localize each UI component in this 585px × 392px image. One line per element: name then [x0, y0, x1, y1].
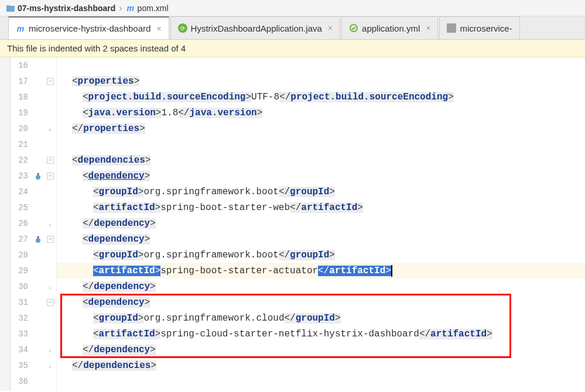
code-area[interactable]: <properties><project.build.sourceEncodin…	[57, 57, 585, 391]
line-number: 25	[11, 203, 32, 212]
gutter-icons: ⌞	[32, 125, 56, 132]
gutter-row: 30⌞	[11, 278, 56, 294]
gutter-row: 23−	[11, 168, 56, 184]
line-number: 28	[11, 250, 32, 260]
module-icon	[447, 23, 456, 33]
code-line[interactable]: </dependencies>	[57, 357, 585, 373]
code-line[interactable]: <dependencies>	[57, 152, 585, 168]
line-number: 23	[11, 171, 32, 181]
code-line[interactable]: </dependency>	[57, 278, 585, 294]
code-line[interactable]: <dependency>	[57, 294, 585, 310]
left-tool-strip[interactable]	[0, 57, 11, 391]
editor-area: 1617−181920⌞2122−23−242526⌞27−282930⌞31−…	[0, 57, 585, 391]
gutter-icons: ⌞	[32, 220, 56, 227]
breadcrumb-file-label: pom.xml	[138, 4, 169, 13]
close-icon[interactable]: ×	[328, 23, 333, 33]
gutter-icons: ⌞	[32, 362, 56, 369]
breadcrumb-folder-label: 07-ms-hystrix-dashboard	[18, 4, 115, 13]
gutter-row: 21	[11, 136, 56, 152]
gutter-row: 18	[11, 89, 56, 105]
fold-open-icon[interactable]: −	[47, 236, 54, 243]
fold-open-icon[interactable]: −	[47, 78, 54, 85]
code-line[interactable]: <artifactId>spring-cloud-starter-netflix…	[57, 326, 585, 342]
line-number: 36	[11, 377, 32, 386]
gutter-icons: −	[32, 299, 56, 306]
tab-label: HystrixDashboardApplication.java	[191, 23, 322, 33]
code-line[interactable]: <dependency>	[57, 231, 585, 247]
gutter-row: 28	[11, 247, 56, 263]
line-number: 33	[11, 329, 32, 339]
line-number: 22	[11, 156, 32, 165]
line-number: 24	[11, 187, 32, 197]
line-number: 26	[11, 219, 32, 228]
fold-open-icon[interactable]: −	[47, 299, 54, 306]
gutter-row: 36	[11, 373, 56, 389]
line-number: 16	[11, 61, 32, 70]
svg-point-3	[36, 175, 40, 180]
gutter-icons: ⌞	[32, 346, 56, 353]
gutter-row: 27−	[11, 231, 56, 247]
gutter-row: 29	[11, 263, 56, 278]
code-line[interactable]: <artifactId>spring-boot-starter-web</art…	[57, 200, 585, 215]
warning-text: This file is indented with 2 spaces inst…	[7, 43, 186, 53]
spring-bean-icon[interactable]	[34, 172, 42, 180]
code-line[interactable]: <properties>	[57, 73, 585, 89]
code-line[interactable]: </properties>	[57, 121, 585, 136]
editor-tab[interactable]: microservice-	[439, 16, 519, 39]
fold-close-icon[interactable]: ⌞	[47, 125, 54, 132]
breadcrumb-file[interactable]: m pom.xml	[124, 4, 171, 13]
gutter-row: 20⌞	[11, 121, 56, 136]
gutter-icons: −	[32, 235, 56, 243]
spring-java-icon: ⟳	[178, 23, 187, 33]
editor-tab[interactable]: mmicroservice-hystrix-dashboard×	[8, 16, 169, 39]
gutter-row: 25	[11, 200, 56, 215]
gutter-row: 17−	[11, 73, 56, 89]
code-line[interactable]: </dependency>	[57, 342, 585, 357]
line-number: 34	[11, 345, 32, 355]
gutter-row: 19	[11, 105, 56, 121]
code-line[interactable]: <project.build.sourceEncoding>UTF-8</pro…	[57, 89, 585, 105]
code-line[interactable]	[57, 57, 585, 73]
close-icon[interactable]: ×	[426, 23, 430, 33]
editor-tab[interactable]: ⟳HystrixDashboardApplication.java×	[170, 16, 340, 39]
line-number: 20	[11, 124, 32, 133]
fold-close-icon[interactable]: ⌞	[47, 346, 54, 353]
code-line[interactable]: <groupId>org.springframework.cloud</grou…	[57, 310, 585, 326]
fold-close-icon[interactable]: ⌞	[47, 220, 54, 227]
gutter-row: 16	[11, 57, 56, 73]
code-line[interactable]: <artifactId>spring-boot-starter-actuator…	[57, 263, 585, 278]
code-line[interactable]: <groupId>org.springframework.boot</group…	[57, 184, 585, 200]
fold-close-icon[interactable]: ⌞	[47, 362, 54, 369]
fold-open-icon[interactable]: −	[47, 157, 54, 164]
svg-rect-1	[6, 5, 10, 7]
tab-label: microservice-	[460, 23, 512, 33]
gutter-row: 26⌞	[11, 215, 56, 231]
chevron-right-icon: ›	[118, 3, 123, 13]
fold-close-icon[interactable]: ⌞	[47, 283, 54, 290]
line-number: 27	[11, 235, 32, 244]
code-line[interactable]: <java.version>1.8</java.version>	[57, 105, 585, 121]
code-line[interactable]	[57, 136, 585, 152]
gutter-row: 22−	[11, 152, 56, 168]
code-line[interactable]	[57, 373, 585, 389]
gutter-row: 31−	[11, 294, 56, 310]
code-line[interactable]: </dependency>	[57, 215, 585, 231]
gutter-icons: −	[32, 172, 56, 180]
gutter-icons: −	[32, 78, 56, 85]
spring-bean-icon[interactable]	[34, 235, 42, 243]
gutter-row: 32	[11, 310, 56, 326]
tab-label: application.yml	[362, 23, 420, 33]
gutter-row: 35⌞	[11, 357, 56, 373]
gutter: 1617−181920⌞2122−23−242526⌞27−282930⌞31−…	[11, 57, 57, 391]
editor-tab[interactable]: application.yml×	[341, 16, 438, 39]
code-line[interactable]: <groupId>org.springframework.boot</group…	[57, 247, 585, 263]
yaml-icon	[349, 23, 358, 33]
fold-open-icon[interactable]: −	[47, 173, 54, 180]
line-number: 32	[11, 314, 32, 323]
breadcrumb-folder[interactable]: 07-ms-hystrix-dashboard	[4, 4, 118, 13]
indentation-warning-bar: This file is indented with 2 spaces inst…	[0, 40, 585, 57]
breadcrumb: 07-ms-hystrix-dashboard › m pom.xml	[0, 0, 585, 16]
maven-icon: m	[126, 4, 135, 13]
close-icon[interactable]: ×	[156, 24, 161, 33]
code-line[interactable]: <dependency>	[57, 168, 585, 184]
